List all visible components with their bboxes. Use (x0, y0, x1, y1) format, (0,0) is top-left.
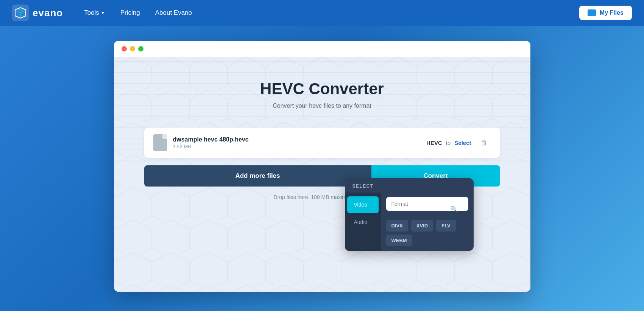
close-button-icon[interactable] (122, 46, 127, 51)
logo-icon (12, 5, 29, 21)
file-name: dwsample hevc 480p.hevc (173, 136, 421, 143)
about-link[interactable]: About Evano (149, 5, 198, 20)
page-title: HEVC Converter (144, 80, 500, 98)
file-size: 1.52 MB (173, 144, 421, 149)
format-select-button[interactable]: Select (454, 140, 471, 146)
minimize-button-icon[interactable] (130, 46, 135, 51)
page-subtitle: Convert your hevc files to any format (144, 103, 500, 109)
folder-icon (588, 9, 596, 16)
tools-arrow-icon: ▼ (101, 10, 105, 16)
select-popup: SELECT Video Audio 🔍 DIVX XVID (345, 178, 474, 251)
my-files-button[interactable]: My Files (579, 6, 632, 20)
format-tag-flv[interactable]: FLV (436, 220, 456, 232)
file-info: dwsample hevc 480p.hevc 1.52 MB (173, 136, 421, 149)
navbar: evano Tools ▼ Pricing About Evano My Fil… (0, 0, 644, 26)
logo[interactable]: evano (12, 5, 63, 21)
nav-links: Tools ▼ Pricing About Evano (78, 5, 579, 20)
format-to-text: to (446, 140, 451, 146)
format-search-wrap: 🔍 (386, 197, 468, 215)
browser-window: HEVC Converter Convert your hevc files t… (114, 41, 530, 292)
format-search-input[interactable] (386, 197, 468, 211)
format-tag-divx[interactable]: DIVX (386, 220, 408, 232)
format-tags: DIVX XVID FLV WEBM (386, 220, 468, 246)
file-type-icon (153, 134, 167, 151)
format-from: HEVC (426, 140, 442, 146)
format-tag-xvid[interactable]: XVID (411, 220, 433, 232)
delete-file-button[interactable]: 🗑 (477, 136, 491, 149)
browser-titlebar (114, 41, 530, 57)
tab-video[interactable]: Video (347, 196, 379, 213)
tab-audio[interactable]: Audio (347, 214, 379, 230)
select-popup-header: SELECT (345, 178, 474, 193)
browser-body: HEVC Converter Convert your hevc files t… (114, 57, 530, 292)
add-files-button[interactable]: Add more files (144, 165, 371, 187)
pricing-link[interactable]: Pricing (114, 5, 146, 20)
select-tabs: Video Audio (345, 193, 381, 251)
file-format: HEVC to Select (426, 140, 471, 146)
format-tag-webm[interactable]: WEBM (386, 235, 412, 246)
trash-icon: 🗑 (481, 139, 488, 147)
svg-point-1 (19, 9, 22, 11)
file-row: dwsample hevc 480p.hevc 1.52 MB HEVC to … (144, 128, 500, 158)
select-formats: 🔍 DIVX XVID FLV WEBM (381, 193, 474, 251)
tools-link[interactable]: Tools ▼ (78, 5, 111, 20)
maximize-button-icon[interactable] (138, 46, 143, 51)
logo-text: evano (33, 7, 63, 19)
select-popup-body: Video Audio 🔍 DIVX XVID FLV WEBM (345, 193, 474, 251)
main-content: HEVC Converter Convert your hevc files t… (0, 26, 644, 307)
